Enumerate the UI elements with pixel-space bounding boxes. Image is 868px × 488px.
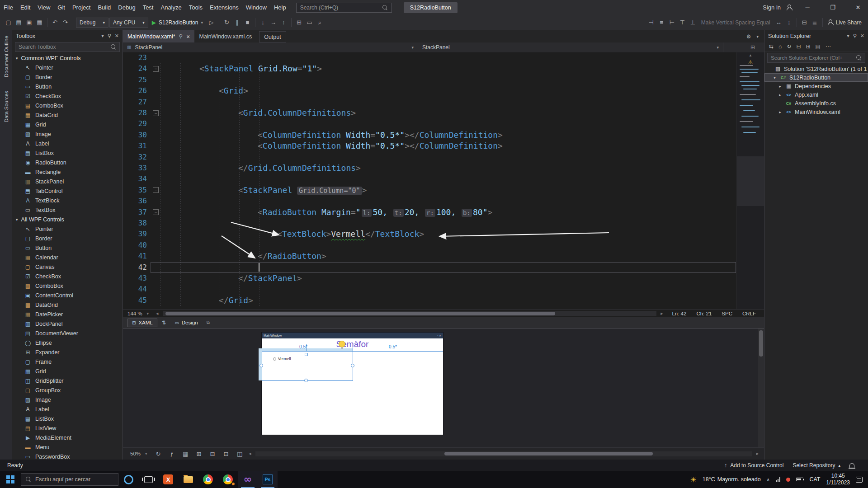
code-line[interactable] [160,262,736,273]
editor-zoom-dropdown[interactable]: 144 % ▾ [125,311,151,316]
tree-expander-icon[interactable]: ▸ [778,93,783,97]
code-line[interactable] [160,240,736,251]
restore-button[interactable]: ❐ [823,0,843,15]
tab-mainwindow-xaml[interactable]: MainWindow.xaml* ⚲ ✕ [123,30,194,42]
close-icon[interactable]: ✕ [860,33,864,39]
new-file-icon[interactable]: ▢ [4,17,13,28]
toolbox-item-calendar[interactable]: ▦Calendar [12,253,123,262]
solution-config-dropdown[interactable]: Debug▾ [76,18,108,28]
menu-window[interactable]: Window [242,0,270,15]
toolbox-item-tabcontrol[interactable]: ⬒TabControl [12,186,123,196]
action-center-icon[interactable] [856,477,863,483]
toolbox-item-stackpanel[interactable]: ▥StackPanel [12,177,123,186]
solution-search-input[interactable]: Search Solution Explorer (Ctrl+ [767,53,865,63]
menu-git[interactable]: Git [54,0,69,15]
lightbulb-suggestion-icon[interactable] [339,341,345,347]
notifications-bell-icon[interactable] [849,463,854,468]
toolbox-item-passwordbox[interactable]: ▭PasswordBox [12,452,123,460]
resize-handle-bottom[interactable] [304,379,308,382]
fold-collapse-icon[interactable]: − [153,110,159,116]
code-line[interactable] [160,75,736,85]
toolbox-item-image[interactable]: ▨Image [12,129,123,139]
designer-ruler-icon[interactable]: ▭ [305,17,314,28]
toolbox-item-canvas[interactable]: ▢Canvas [12,262,123,272]
code-line[interactable] [160,97,736,108]
chrome-taskbar-button[interactable] [198,471,218,488]
design-pane-tab[interactable]: ▭ Design [170,319,202,327]
xaml-pane-tab[interactable]: ⊞ XAML [127,319,157,327]
toolbox-item-groupbox[interactable]: ▢GroupBox [12,385,123,395]
preview-radiobutton[interactable]: Vermell [273,357,291,361]
settings-gear-icon[interactable]: ⚙ [746,33,751,40]
pin-icon[interactable]: ⚲ [179,33,183,39]
properties-icon[interactable]: ▤ [816,43,821,50]
grid-column-divider[interactable] [353,346,353,381]
toolbox-item-combobox[interactable]: ▤ComboBox [12,101,123,110]
tree-expander-icon[interactable]: ▾ [772,75,777,80]
code-line[interactable]: <TextBlock>Vermell</TextBlock> [160,229,736,239]
tab-output[interactable]: Output [259,31,286,42]
menu-help[interactable]: Help [270,0,290,15]
menu-build[interactable]: Build [94,0,114,15]
add-to-source-control-button[interactable]: ↑ Add to Source Control [724,462,783,469]
toolbox-item-gridsplitter[interactable]: ◫GridSplitter [12,376,123,385]
back-forward-icon[interactable]: ⇆ [769,43,774,50]
menu-analyze[interactable]: Analyze [157,0,185,15]
column-width-label[interactable]: 0.5* [290,344,317,349]
redo-icon[interactable]: ↷ [61,17,70,28]
toolbox-group-all-wpf-controls[interactable]: ▾All WPF Controls [12,215,123,224]
align-center-icon[interactable]: ≡ [657,17,666,28]
align-left-icon[interactable]: ⊣ [646,17,656,28]
code-line[interactable] [160,218,736,229]
file-explorer-taskbar-button[interactable] [178,471,198,488]
code-line[interactable] [160,196,736,206]
toolbox-item-ellipse[interactable]: ◯Ellipse [12,338,123,347]
h-spacing-icon[interactable]: ↔ [774,17,783,28]
platform-dropdown[interactable]: Any CPU▾ [109,18,148,28]
quick-search[interactable]: Search (Ctrl+Q) [296,3,392,13]
scroll-left-icon[interactable]: ◄ [248,451,252,456]
toolbox-item-listbox[interactable]: ▤ListBox [12,148,123,158]
menu-debug[interactable]: Debug [114,0,139,15]
toolbox-item-button[interactable]: ▭Button [12,82,123,91]
menu-view[interactable]: View [34,0,54,15]
toolbox-item-checkbox[interactable]: ☑CheckBox [12,91,123,101]
pause-icon[interactable]: ∥ [232,17,242,28]
editor-h-scrollbar[interactable] [163,311,656,316]
fold-collapse-icon[interactable]: − [153,66,159,72]
toolbox-item-image[interactable]: ▨Image [12,395,123,404]
code-line[interactable]: </Grid.ColumnDefinitions> [160,163,736,174]
tab-mainwindow-xaml-cs[interactable]: MainWindow.xaml.cs [194,30,256,42]
snap-grid-icon[interactable]: ⊞ [194,448,204,459]
sync-icon[interactable]: ⊞ [806,43,810,50]
code-line[interactable]: <StackPanel Grid.Row="1"> [160,63,736,74]
minimize-button[interactable]: ─ [797,0,817,15]
panel-layout-icon[interactable]: ⊟ [800,17,809,28]
menu-file[interactable]: File [0,0,17,15]
tree-item-assemblyinfo-cs[interactable]: C#AssemblyInfo.cs [764,99,868,108]
scroll-right-icon[interactable]: ► [660,311,664,316]
tree-expander-icon[interactable]: ▸ [778,84,783,89]
align-right-icon[interactable]: ⊢ [667,17,677,28]
zoom-icon[interactable]: ⌕ [315,17,325,28]
toolbox-item-datagrid[interactable]: ▦DataGrid [12,110,123,120]
battery-icon[interactable] [796,478,803,481]
toolbox-item-label[interactable]: ALabel [12,404,123,414]
toolbox-search-input[interactable]: Search Toolbox [15,42,120,52]
toolbox-item-dockpanel[interactable]: ▥DockPanel [12,319,123,328]
menu-tools[interactable]: Tools [185,0,206,15]
fold-collapse-icon[interactable]: − [153,187,159,193]
design-zoom-dropdown[interactable]: 50% ▾ [127,451,150,456]
pin-icon[interactable]: ⚲ [108,33,111,39]
tree-item-app-xaml[interactable]: ▸<>App.xaml [764,90,868,99]
list-icon[interactable]: ≣ [810,17,820,28]
align-top-icon[interactable]: ⊤ [678,17,687,28]
hot-reload-icon[interactable]: ↻ [222,17,231,28]
collapse-all-icon[interactable]: ⊟ [796,43,801,50]
toolbox-item-grid[interactable]: ▦Grid [12,120,123,129]
xaml-code-editor[interactable]: 2324252627282930313233343536373839404142… [123,52,764,309]
toolbox-item-radiobutton[interactable]: ◉RadioButton [12,158,123,167]
design-v-scrollbar[interactable] [758,328,764,447]
code-line[interactable]: <ColumnDefinition Width="0.5*"></ColumnD… [160,141,736,151]
designer-grid-icon[interactable]: ⊞ [294,17,304,28]
